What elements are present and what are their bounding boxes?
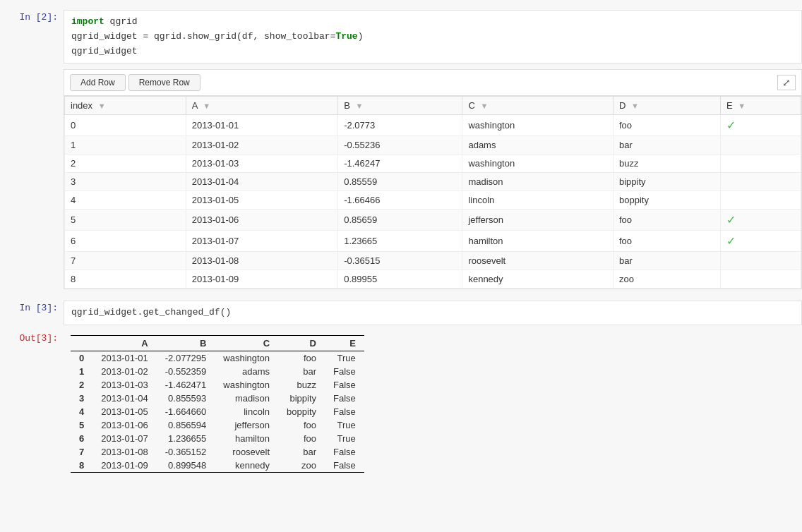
grid-cell-d: bar bbox=[613, 136, 720, 155]
df-cell-c: washington bbox=[215, 378, 278, 392]
grid-cell-b: -1.46247 bbox=[338, 155, 462, 173]
remove-row-button[interactable]: Remove Row bbox=[128, 74, 200, 91]
add-row-button[interactable]: Add Row bbox=[70, 74, 126, 91]
grid-cell-a: 2013-01-09 bbox=[186, 270, 337, 289]
df-cell-a: 2013-01-06 bbox=[92, 418, 157, 432]
df-col-idx bbox=[71, 336, 92, 351]
table-row[interactable]: 02013-01-01-2.0773washingtonfoo✓ bbox=[65, 115, 801, 136]
df-cell-e: False bbox=[325, 445, 364, 459]
df-cell-idx: 1 bbox=[71, 365, 92, 378]
df-row: 22013-01-03-1.462471washingtonbuzzFalse bbox=[71, 378, 364, 392]
table-row[interactable]: 22013-01-03-1.46247washingtonbuzz bbox=[65, 155, 801, 173]
filter-icon-e[interactable]: ▼ bbox=[738, 102, 746, 110]
cell-3-label: In [3]: bbox=[0, 301, 64, 313]
df-cell-d: bar bbox=[278, 445, 325, 459]
col-header-b[interactable]: B ▼ bbox=[338, 97, 462, 115]
grid-cell-c: kennedy bbox=[462, 270, 614, 289]
col-header-index[interactable]: index ▼ bbox=[65, 97, 186, 115]
df-cell-b: -1.462471 bbox=[157, 378, 215, 392]
df-cell-a: 2013-01-09 bbox=[92, 459, 157, 473]
table-row[interactable]: 42013-01-05-1.66466lincolnboppity bbox=[65, 191, 801, 210]
grid-cell-e bbox=[720, 155, 801, 173]
grid-cell-b: -2.0773 bbox=[338, 115, 462, 136]
df-col-a: A bbox=[92, 336, 157, 351]
df-row: 82013-01-090.899548kennedyzooFalse bbox=[71, 459, 364, 473]
cell-3-out-label: Out[3]: bbox=[0, 331, 64, 344]
df-cell-b: -0.552359 bbox=[157, 365, 215, 378]
df-cell-c: jefferson bbox=[215, 418, 278, 432]
df-cell-idx: 8 bbox=[71, 459, 92, 473]
table-row[interactable]: 62013-01-071.23665hamiltonfoo✓ bbox=[65, 231, 801, 252]
cell-3-code-line: qgrid_widget.get_changed_df() bbox=[71, 306, 794, 320]
df-row: 02013-01-01-2.077295washingtonfooTrue bbox=[71, 351, 364, 365]
df-cell-b: 0.899548 bbox=[157, 459, 215, 473]
col-header-c[interactable]: C ▼ bbox=[462, 97, 614, 115]
grid-cell-a: 2013-01-01 bbox=[186, 115, 337, 136]
col-header-d[interactable]: D ▼ bbox=[613, 97, 720, 115]
filter-icon-c[interactable]: ▼ bbox=[480, 102, 488, 110]
cell-2-input: In [2]: import qgrid qgrid_widget = qgri… bbox=[0, 7, 802, 66]
cell-2-output: Add Row Remove Row ⤢ index ▼ A ▼ B ▼ C ▼… bbox=[0, 66, 802, 292]
df-cell-e: False bbox=[325, 459, 364, 473]
grid-cell-e: ✓ bbox=[720, 231, 801, 252]
filter-icon-index[interactable]: ▼ bbox=[98, 102, 106, 110]
df-cell-idx: 0 bbox=[71, 351, 92, 365]
df-cell-idx: 6 bbox=[71, 432, 92, 445]
table-row[interactable]: 82013-01-090.89955kennedyzoo bbox=[65, 270, 801, 289]
output-df-table: A B C D E 02013-01-01-2.077295washington… bbox=[71, 335, 364, 473]
filter-icon-d[interactable]: ▼ bbox=[631, 102, 639, 110]
expand-button[interactable]: ⤢ bbox=[777, 75, 796, 90]
df-cell-a: 2013-01-04 bbox=[92, 392, 157, 405]
grid-cell-b: -0.36515 bbox=[338, 252, 462, 270]
grid-cell-a: 2013-01-04 bbox=[186, 173, 337, 191]
table-row[interactable]: 32013-01-040.85559madisonbippity bbox=[65, 173, 801, 191]
df-cell-idx: 2 bbox=[71, 378, 92, 392]
filter-icon-b[interactable]: ▼ bbox=[355, 102, 363, 110]
df-cell-b: -1.664660 bbox=[157, 405, 215, 418]
grid-cell-c: adams bbox=[462, 136, 614, 155]
df-cell-e: True bbox=[325, 351, 364, 365]
df-cell-a: 2013-01-02 bbox=[92, 365, 157, 378]
table-row[interactable]: 72013-01-08-0.36515rooseveltbar bbox=[65, 252, 801, 270]
table-row[interactable]: 52013-01-060.85659jeffersonfoo✓ bbox=[65, 210, 801, 231]
grid-cell-b: 0.89955 bbox=[338, 270, 462, 289]
df-cell-e: False bbox=[325, 365, 364, 378]
df-cell-a: 2013-01-01 bbox=[92, 351, 157, 365]
grid-cell-a: 2013-01-03 bbox=[186, 155, 337, 173]
df-cell-e: False bbox=[325, 405, 364, 418]
col-header-e[interactable]: E ▼ bbox=[720, 97, 801, 115]
grid-cell-d: foo bbox=[613, 210, 720, 231]
grid-cell-b: 0.85659 bbox=[338, 210, 462, 231]
code-line-3: qgrid_widget bbox=[71, 44, 794, 59]
df-cell-c: lincoln bbox=[215, 405, 278, 418]
grid-cell-c: washington bbox=[462, 155, 614, 173]
cell-2-output-label bbox=[0, 69, 64, 71]
cell-3-code: qgrid_widget.get_changed_df() bbox=[64, 301, 802, 325]
grid-cell-b: 1.23665 bbox=[338, 231, 462, 252]
grid-cell-e: ✓ bbox=[720, 115, 801, 136]
checkmark-icon: ✓ bbox=[726, 214, 736, 226]
col-header-a[interactable]: A ▼ bbox=[186, 97, 337, 115]
cell-3-input: In [3]: qgrid_widget.get_changed_df() bbox=[0, 298, 802, 328]
grid-cell-d: buzz bbox=[613, 155, 720, 173]
code-line-1: import qgrid bbox=[71, 15, 794, 30]
df-col-c: C bbox=[215, 336, 278, 351]
checkmark-icon: ✓ bbox=[726, 235, 736, 247]
grid-cell-d: foo bbox=[613, 115, 720, 136]
table-row[interactable]: 12013-01-02-0.55236adamsbar bbox=[65, 136, 801, 155]
dataframe-output: A B C D E 02013-01-01-2.077295washington… bbox=[64, 331, 371, 477]
df-row: 52013-01-060.856594jeffersonfooTrue bbox=[71, 418, 364, 432]
notebook: In [2]: import qgrid qgrid_widget = qgri… bbox=[0, 0, 802, 487]
df-header-row: A B C D E bbox=[71, 336, 364, 351]
grid-cell-c: jefferson bbox=[462, 210, 614, 231]
filter-icon-a[interactable]: ▼ bbox=[203, 102, 210, 110]
df-cell-d: bippity bbox=[278, 392, 325, 405]
grid-cell-d: zoo bbox=[613, 270, 720, 289]
df-row: 62013-01-071.236655hamiltonfooTrue bbox=[71, 432, 364, 445]
grid-cell-c: washington bbox=[462, 115, 614, 136]
grid-cell-e bbox=[720, 191, 801, 210]
df-cell-c: adams bbox=[215, 365, 278, 378]
df-col-e: E bbox=[325, 336, 364, 351]
cell-3-output: Out[3]: A B C D E 02013-01-01-2.077295wa… bbox=[0, 328, 802, 480]
grid-cell-c: roosevelt bbox=[462, 252, 614, 270]
